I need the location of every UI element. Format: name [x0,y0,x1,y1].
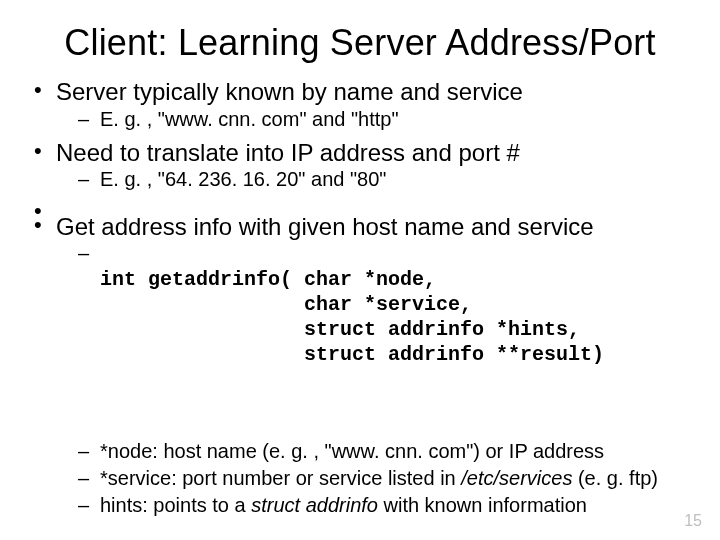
code-line-3: struct addrinfo *hints, [100,317,690,342]
bullet-1-text: Server typically known by name and servi… [56,78,523,105]
param-hints-c: with known information [378,494,587,516]
bullet-2-sub: E. g. , "64. 236. 16. 20" and "80" [56,167,690,192]
spacer-2 [56,425,690,439]
code-block: int getaddrinfo( char *node, char *servi… [100,267,690,418]
param-service: *service: port number or service listed … [78,466,690,491]
page-number: 15 [684,512,702,530]
bullet-3-text: Get address info with given host name an… [56,213,594,240]
bullet-2-text: Need to translate into IP address and po… [56,139,520,166]
param-node: *node: host name (e. g. , "www. cnn. com… [78,439,690,464]
param-hints-struct: struct addrinfo [251,494,378,516]
spacer [30,198,690,212]
code-line-4: struct addrinfo **result) [100,342,690,367]
bullet-2: Need to translate into IP address and po… [30,138,690,192]
code-block-item: int getaddrinfo( char *node, char *servi… [78,241,690,419]
bullet-3: Get address info with given host name an… [30,212,690,518]
bullet-list: Server typically known by name and servi… [30,77,690,518]
param-service-a: *service: port number or service listed … [100,467,461,489]
bullet-1-sub: E. g. , "www. cnn. com" and "http" [56,107,690,132]
bullet-1-sub-1: E. g. , "www. cnn. com" and "http" [78,107,690,132]
param-hints-a: hints: points to a [100,494,251,516]
param-hints: hints: points to a struct addrinfo with … [78,493,690,518]
param-service-c: (e. g. ftp) [572,467,658,489]
bullet-2-sub-1: E. g. , "64. 236. 16. 20" and "80" [78,167,690,192]
param-node-text: *node: host name (e. g. , "www. cnn. com… [100,440,604,462]
code-line-2: char *service, [100,292,690,317]
slide: Client: Learning Server Address/Port Ser… [0,0,720,540]
bullet-1: Server typically known by name and servi… [30,77,690,131]
bullet-3-sub: int getaddrinfo( char *node, char *servi… [56,241,690,419]
code-line-1: int getaddrinfo( char *node, [100,267,690,292]
param-service-path: /etc/services [461,467,572,489]
bullet-3-params: *node: host name (e. g. , "www. cnn. com… [56,439,690,518]
slide-title: Client: Learning Server Address/Port [30,22,690,63]
